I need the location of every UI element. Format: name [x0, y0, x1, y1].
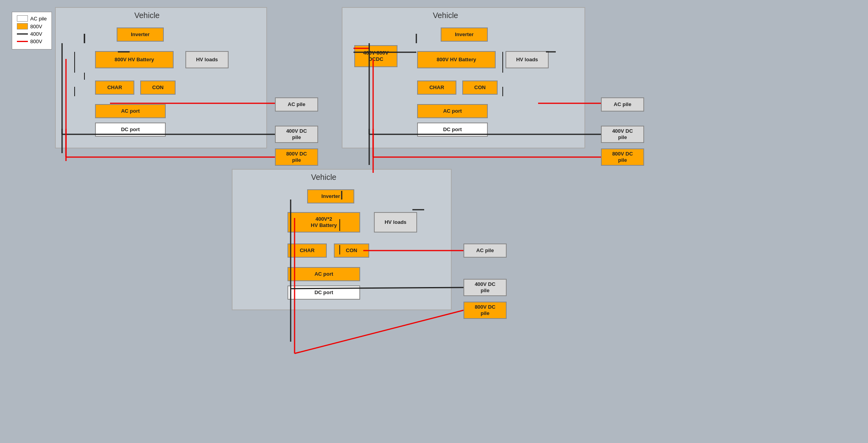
ac-pile-tr: AC pile — [601, 97, 644, 112]
legend-800v-box — [17, 23, 28, 29]
ac-port-tr: AC port — [417, 104, 488, 118]
battery-b: 400V*2 HV Battery — [288, 212, 360, 232]
dc400-pile-tr: 400V DC pile — [601, 126, 644, 143]
battery-tl: 800V HV Battery — [95, 51, 174, 68]
inverter-b: Inverter — [307, 189, 354, 203]
legend-400v-line-label: 400V — [30, 31, 42, 37]
hv-loads-tr: HV loads — [505, 51, 549, 68]
ac-pile-b: AC pile — [463, 243, 507, 258]
char-b: CHAR — [288, 243, 327, 258]
char-tr: CHAR — [417, 81, 456, 95]
vehicle-box-top-right: Vehicle 400V-800V DCDC Inverter 800V HV … — [342, 7, 585, 148]
dc-port-tl: DC port — [95, 123, 166, 137]
hv-loads-tl: HV loads — [185, 51, 229, 68]
ac-port-b: AC port — [288, 267, 360, 281]
vehicle-label-top-right: Vehicle — [433, 11, 458, 20]
svg-line-28 — [295, 310, 463, 353]
dcdc-tr: 400V-800V DCDC — [354, 45, 397, 67]
legend-400v-box — [17, 15, 28, 22]
dc-port-b: DC port — [288, 286, 360, 300]
dc400-pile-b: 400V DC pile — [463, 279, 507, 296]
dc800-pile-tl: 800V DC pile — [275, 148, 318, 166]
con-tr: CON — [462, 81, 498, 95]
char-tl: CHAR — [95, 81, 134, 95]
hv-loads-b: HV loads — [374, 212, 417, 232]
dc-port-tr: DC port — [417, 123, 488, 137]
legend-400v-line — [17, 33, 28, 35]
dc800-pile-b: 800V DC pile — [463, 302, 507, 319]
legend: AC pile 800V 400V 800V — [12, 12, 52, 49]
ac-pile-tl: AC pile — [275, 97, 318, 112]
legend-800v-line-label: 800V — [30, 38, 42, 44]
legend-800v-label: 800V — [30, 24, 42, 29]
legend-400v-label: AC pile — [30, 16, 47, 22]
legend-800v-line — [17, 41, 28, 42]
vehicle-label-top-left: Vehicle — [134, 11, 160, 20]
vehicle-box-bottom: Vehicle Inverter 400V*2 HV Battery HV lo… — [232, 169, 452, 310]
dc800-pile-tr: 800V DC pile — [601, 148, 644, 166]
vehicle-box-top-left: Vehicle Inverter 800V HV Battery HV load… — [55, 7, 267, 148]
ac-port-tl: AC port — [95, 104, 166, 118]
con-b: CON — [334, 243, 369, 258]
dc400-pile-tl: 400V DC pile — [275, 126, 318, 143]
inverter-tr: Inverter — [441, 27, 488, 42]
inverter-tl: Inverter — [117, 27, 164, 42]
battery-tr: 800V HV Battery — [417, 51, 496, 68]
con-tl: CON — [140, 81, 176, 95]
vehicle-label-bottom: Vehicle — [311, 173, 337, 182]
